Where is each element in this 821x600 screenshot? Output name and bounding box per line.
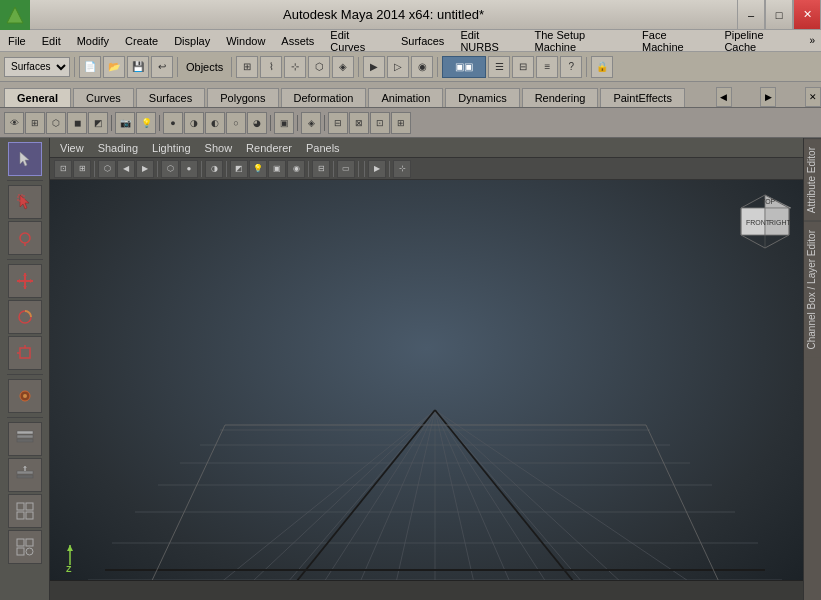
layer-btn1[interactable]	[8, 422, 42, 456]
snap-surface-btn[interactable]: ⬡	[308, 56, 330, 78]
vp-menu-panels[interactable]: Panels	[300, 142, 346, 154]
save-file-btn[interactable]: 💾	[127, 56, 149, 78]
attribute-editor-tab[interactable]: Attribute Editor	[804, 138, 821, 221]
tab-animation[interactable]: Animation	[368, 88, 443, 107]
new-file-btn[interactable]: 📄	[79, 56, 101, 78]
vi-textures[interactable]: ◩	[230, 160, 248, 178]
menu-item-edit-nurbs[interactable]: Edit NURBS	[452, 30, 526, 51]
help-btn[interactable]: ?	[560, 56, 582, 78]
misc2[interactable]: ⊠	[349, 112, 369, 134]
vi-next-cam[interactable]: ▶	[136, 160, 154, 178]
tab-polygons[interactable]: Polygons	[207, 88, 278, 107]
vi-smooth-mode[interactable]: ●	[180, 160, 198, 178]
close-button[interactable]: ✕	[793, 0, 821, 29]
vi-wireframe-mode[interactable]: ⬡	[161, 160, 179, 178]
vp-menu-show[interactable]: Show	[199, 142, 239, 154]
vi-snap-icon[interactable]: ⊹	[393, 160, 411, 178]
snap-view-btn[interactable]: ◈	[332, 56, 354, 78]
grid-btn[interactable]	[8, 494, 42, 528]
vp-menu-view[interactable]: View	[54, 142, 90, 154]
snap-grid-btn[interactable]: ⊞	[236, 56, 258, 78]
open-file-btn[interactable]: 📂	[103, 56, 125, 78]
tab-close-btn[interactable]: ✕	[805, 87, 821, 107]
vi-select-cam[interactable]: ⬡	[98, 160, 116, 178]
select-mode-btn[interactable]: ▣▣	[442, 56, 486, 78]
tab-deformation[interactable]: Deformation	[281, 88, 367, 107]
solid-btn[interactable]: ◼	[67, 112, 87, 134]
half-sphere-btn[interactable]: ◑	[184, 112, 204, 134]
menu-item-assets[interactable]: Assets	[273, 30, 322, 51]
snap-tool-btn[interactable]	[8, 379, 42, 413]
menu-item-face-machine[interactable]: Face Machine	[634, 30, 716, 51]
ring-btn[interactable]: ○	[226, 112, 246, 134]
move-tool-btn[interactable]	[8, 264, 42, 298]
vi-x-ray[interactable]: ◑	[205, 160, 223, 178]
lasso-select-btn[interactable]	[8, 185, 42, 219]
mode-select[interactable]: Surfaces	[4, 57, 70, 77]
light-btn[interactable]: 💡	[136, 112, 156, 134]
vi-lighting-on[interactable]: 💡	[249, 160, 267, 178]
lock-btn[interactable]: 🔒	[591, 56, 613, 78]
maximize-button[interactable]: □	[765, 0, 793, 29]
vi-camera-ortho[interactable]: ⊞	[73, 160, 91, 178]
display-btn[interactable]: ◉	[411, 56, 433, 78]
channel-box-tab[interactable]: Channel Box / Layer Editor	[804, 221, 821, 358]
menu-item-the-setup-machine[interactable]: The Setup Machine	[526, 30, 634, 51]
misc1[interactable]: ⊟	[328, 112, 348, 134]
vi-filmgate[interactable]: ▭	[337, 160, 355, 178]
minimize-button[interactable]: –	[737, 0, 765, 29]
vi-hud[interactable]: ⊟	[312, 160, 330, 178]
vp-menu-lighting[interactable]: Lighting	[146, 142, 197, 154]
ipr-btn[interactable]: ▷	[387, 56, 409, 78]
wireframe-btn[interactable]: ⬡	[46, 112, 66, 134]
rotate-tool-btn[interactable]	[8, 300, 42, 334]
3d-canvas[interactable]: FRONT RIGHT TOP Z	[50, 180, 803, 600]
layer-btn2[interactable]	[8, 458, 42, 492]
shape-btn[interactable]	[8, 530, 42, 564]
tab-curves[interactable]: Curves	[73, 88, 134, 107]
menu-item-edit-curves[interactable]: Edit Curves	[322, 30, 393, 51]
vi-camera-persp[interactable]: ⊡	[54, 160, 72, 178]
cloth-btn[interactable]: ◈	[301, 112, 321, 134]
menu-item-pipeline-cache[interactable]: Pipeline Cache	[716, 30, 803, 51]
tab-rendering[interactable]: Rendering	[522, 88, 599, 107]
select-tool-btn[interactable]	[8, 142, 42, 176]
viewport-cube[interactable]: FRONT RIGHT TOP	[733, 190, 793, 250]
undo-btn[interactable]: ↩	[151, 56, 173, 78]
texture-btn[interactable]: ◩	[88, 112, 108, 134]
eye-btn[interactable]: 👁	[4, 112, 24, 134]
vp-menu-renderer[interactable]: Renderer	[240, 142, 298, 154]
vi-ambient-occ[interactable]: ◉	[287, 160, 305, 178]
paint-select-btn[interactable]	[8, 221, 42, 255]
misc2-btn[interactable]: ⊟	[512, 56, 534, 78]
misc3-btn[interactable]: ≡	[536, 56, 558, 78]
menu-item-window[interactable]: Window	[218, 30, 273, 51]
grid-toggle-btn[interactable]: ⊞	[25, 112, 45, 134]
menu-item-modify[interactable]: Modify	[69, 30, 117, 51]
tab-painteffects[interactable]: PaintEffects	[600, 88, 685, 107]
snap-point-btn[interactable]: ⊹	[284, 56, 306, 78]
menu-item-file[interactable]: File	[0, 30, 34, 51]
flat-sphere-btn[interactable]: ◐	[205, 112, 225, 134]
snap-curve-btn[interactable]: ⌇	[260, 56, 282, 78]
misc3[interactable]: ⊡	[370, 112, 390, 134]
vi-prev-cam[interactable]: ◀	[117, 160, 135, 178]
menu-item-edit[interactable]: Edit	[34, 30, 69, 51]
vi-shadows[interactable]: ▣	[268, 160, 286, 178]
tab-prev-btn[interactable]: ◀	[716, 87, 732, 107]
tab-dynamics[interactable]: Dynamics	[445, 88, 519, 107]
bg-btn[interactable]: ▣	[274, 112, 294, 134]
misc4[interactable]: ⊞	[391, 112, 411, 134]
dark-sphere-btn[interactable]: ◕	[247, 112, 267, 134]
render-btn[interactable]: ▶	[363, 56, 385, 78]
scale-tool-btn[interactable]	[8, 336, 42, 370]
menu-item-surfaces[interactable]: Surfaces	[393, 30, 452, 51]
menu-item-create[interactable]: Create	[117, 30, 166, 51]
menu-item-display[interactable]: Display	[166, 30, 218, 51]
misc1-btn[interactable]: ☰	[488, 56, 510, 78]
vi-renderer[interactable]: ▶	[368, 160, 386, 178]
tab-surfaces[interactable]: Surfaces	[136, 88, 205, 107]
sphere-btn[interactable]: ●	[163, 112, 183, 134]
tab-next-btn[interactable]: ▶	[760, 87, 776, 107]
tab-general[interactable]: General	[4, 88, 71, 107]
